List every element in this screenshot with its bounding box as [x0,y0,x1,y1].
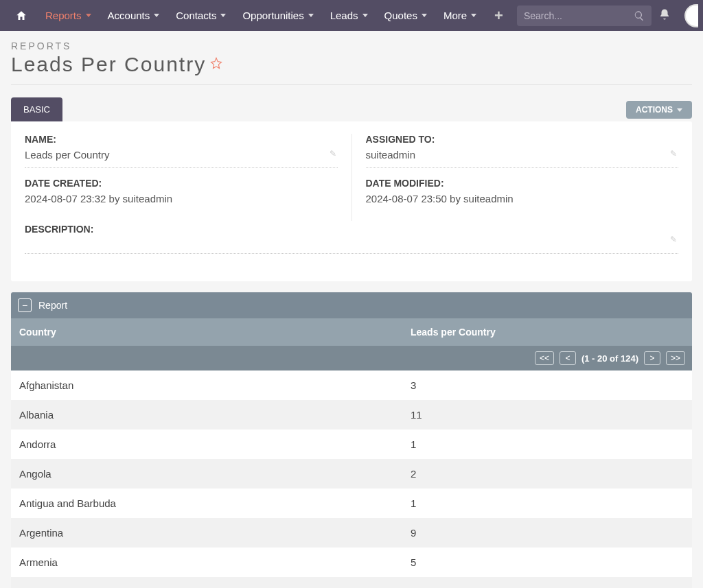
chevron-down-icon [308,14,314,17]
nav-label: Opportunities [242,10,303,21]
nav-reports[interactable]: Reports [37,0,100,31]
actions-button[interactable]: ACTIONS [626,101,692,119]
cell-country: Angola [11,459,402,489]
pager-range: (1 - 20 of 124) [581,353,638,364]
nav-label: Quotes [384,10,417,21]
tabs-row: BASIC ACTIONS [11,97,692,121]
edit-description-button[interactable]: ✎ [670,235,677,244]
home-icon [15,10,27,22]
edit-name-button[interactable]: ✎ [330,149,336,158]
pager-prev-button[interactable]: < [560,351,576,365]
quick-create-button[interactable]: + [485,7,513,25]
nav-label: Accounts [108,10,150,21]
bell-icon [658,8,671,21]
chevron-down-icon [677,108,682,112]
collapse-button[interactable]: − [18,298,32,312]
col-leads-header[interactable]: Leads per Country [402,318,692,346]
cell-country: Andorra [11,430,402,459]
nav-leads[interactable]: Leads [322,0,376,31]
cell-leads: 1 [402,430,692,459]
name-label: NAME: [25,134,338,145]
cell-leads: 2 [402,459,692,489]
table-body: Afghanistan3 Albania11 Andorra1 Angola2 … [11,371,692,588]
cell-country: Afghanistan [11,371,402,400]
table-row: Antigua and Barbuda1 [11,489,692,518]
detail-panel: NAME: Leads per Country ✎ DATE CREATED: … [11,121,692,281]
pager: << < (1 - 20 of 124) > >> [11,346,692,371]
pager-next-button[interactable]: > [644,351,660,365]
col-country-header[interactable]: Country [11,318,402,346]
cell-leads: 5 [402,548,692,577]
top-nav: Reports Accounts Contacts Opportunities … [0,0,703,31]
notifications-button[interactable] [652,8,678,23]
assigned-value: suiteadmin [366,149,679,168]
table-header: Country Leads per Country [11,318,692,346]
tab-basic[interactable]: BASIC [11,97,62,121]
nav-home[interactable] [5,10,37,22]
breadcrumb: REPORTS [11,40,692,51]
nav-label: Reports [45,10,82,21]
actions-label: ACTIONS [636,105,673,115]
avatar[interactable] [684,4,698,27]
chevron-down-icon [422,14,427,17]
nav-contacts[interactable]: Contacts [168,0,234,31]
nav-right [652,4,698,27]
table-row: Albania11 [11,400,692,430]
star-icon [210,57,222,69]
table-row: Australia1 [11,577,692,588]
modified-value: 2024-08-07 23:50 by suiteadmin [366,193,679,211]
nav-accounts[interactable]: Accounts [100,0,168,31]
report-panel: − Report Country Leads per Country << < … [11,292,692,588]
cell-leads: 1 [402,489,692,518]
name-value: Leads per Country [25,149,338,168]
cell-leads: 1 [402,577,692,588]
chevron-down-icon [362,14,368,17]
nav-label: Leads [330,10,358,21]
nav-more[interactable]: More [435,0,485,31]
nav-label: More [443,10,467,21]
panel-header: − Report [11,292,692,318]
search-wrap [517,5,652,26]
panel-title: Report [38,300,67,311]
cell-leads: 3 [402,371,692,400]
created-label: DATE CREATED: [25,178,338,189]
cell-leads: 9 [402,518,692,548]
cell-country: Antigua and Barbuda [11,489,402,518]
cell-country: Albania [11,400,402,430]
modified-label: DATE MODIFIED: [366,178,679,189]
chevron-down-icon [86,14,91,17]
title-row: Leads Per Country [11,53,692,85]
search-icon[interactable] [634,10,645,21]
favorite-toggle[interactable] [210,57,222,73]
cell-leads: 11 [402,400,692,430]
page-body: REPORTS Leads Per Country BASIC ACTIONS … [0,31,703,281]
edit-assigned-button[interactable]: ✎ [670,149,677,158]
chevron-down-icon [471,14,476,17]
cell-country: Australia [11,577,402,588]
chevron-down-icon [154,14,159,17]
table-row: Armenia5 [11,548,692,577]
search-input[interactable] [524,10,634,21]
pager-last-button[interactable]: >> [666,351,685,365]
table-row: Afghanistan3 [11,371,692,400]
cell-country: Armenia [11,548,402,577]
table-row: Argentina9 [11,518,692,548]
cell-country: Argentina [11,518,402,548]
description-label: DESCRIPTION: [25,224,678,235]
table-row: Andorra1 [11,430,692,459]
nav-opportunities[interactable]: Opportunities [234,0,321,31]
created-value: 2024-08-07 23:32 by suiteadmin [25,193,338,211]
pager-first-button[interactable]: << [535,351,554,365]
page-title: Leads Per Country [11,53,206,76]
description-value [25,239,678,254]
nav-quotes[interactable]: Quotes [376,0,435,31]
table-row: Angola2 [11,459,692,489]
chevron-down-icon [220,14,226,17]
assigned-label: ASSIGNED TO: [366,134,679,145]
nav-label: Contacts [176,10,216,21]
